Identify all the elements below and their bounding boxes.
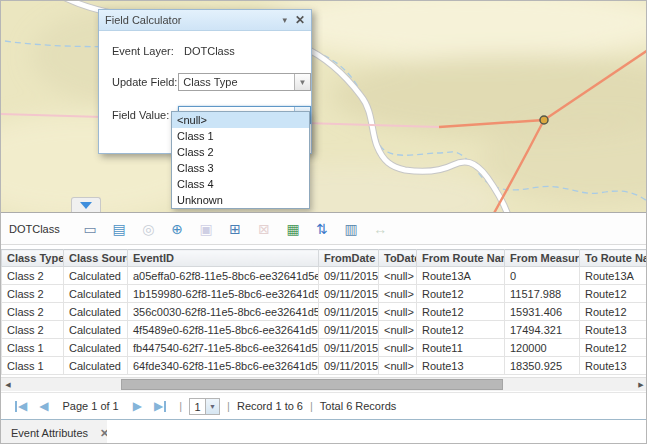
table-cell: 09/11/2015 bbox=[319, 321, 379, 339]
field-value-dropdown-list: <null>Class 1Class 2Class 3Class 4Unknow… bbox=[171, 111, 310, 209]
table-cell: Class 2 bbox=[2, 267, 64, 285]
table-cell: Route13A bbox=[417, 267, 505, 285]
select-features-icon[interactable]: ▭ bbox=[82, 220, 99, 237]
separator: | bbox=[310, 400, 313, 412]
scroll-right-icon[interactable]: ▶ bbox=[634, 378, 647, 391]
table-cell: 4f5489e0-62f8-11e5-8bc6-ee32641d5ec9 bbox=[128, 321, 319, 339]
table-cell: 11517.988 bbox=[505, 285, 580, 303]
column-header[interactable]: From Measure bbox=[505, 250, 580, 267]
attribute-form-icon[interactable]: ▥ bbox=[343, 220, 360, 237]
table-cell: Calculated bbox=[64, 357, 128, 375]
event-point-marker[interactable] bbox=[540, 116, 548, 124]
table-cell: Route12 bbox=[417, 321, 505, 339]
table-cell: Calculated bbox=[64, 321, 128, 339]
dialog-close-icon[interactable]: ✕ bbox=[295, 13, 305, 27]
table-header-row: Class TypeClass SourceEventIDFromDateToD… bbox=[2, 250, 647, 267]
table-row[interactable]: Class 2Calculated356c0030-62f8-11e5-8bc6… bbox=[2, 303, 647, 321]
last-page-button[interactable]: ▶ bbox=[154, 399, 166, 413]
page-number-value: 1 bbox=[190, 399, 205, 414]
table-cell: 356c0030-62f8-11e5-8bc6-ee32641d5ec9 bbox=[128, 303, 319, 321]
page-number-dropdown-button[interactable]: ▼ bbox=[205, 399, 219, 414]
table-cell: 120000 bbox=[505, 339, 580, 357]
table-row[interactable]: Class 2Calculated4f5489e0-62f8-11e5-8bc6… bbox=[2, 321, 647, 339]
field-calculator-icon[interactable]: ⊞ bbox=[227, 220, 244, 237]
page-number-select[interactable]: 1 ▼ bbox=[189, 398, 220, 415]
table-cell: Class 1 bbox=[2, 357, 64, 375]
separator: | bbox=[227, 400, 230, 412]
attribute-grid: Class TypeClass SourceEventIDFromDateToD… bbox=[1, 249, 647, 375]
table-cell: fb447540-62f7-11e5-8bc6-ee32641d5ec9 bbox=[128, 339, 319, 357]
dropdown-option[interactable]: <null> bbox=[172, 112, 309, 128]
table-cell: Class 1 bbox=[2, 339, 64, 357]
table-cell: <null> bbox=[379, 339, 417, 357]
table-cell: <null> bbox=[379, 303, 417, 321]
update-field-dropdown-button[interactable]: ▼ bbox=[294, 74, 310, 90]
table-cell: Route11 bbox=[417, 339, 505, 357]
table-toolbar: DOTClass ▭▤◎⊕▣⊞⊠▦⇅▥↔ bbox=[1, 213, 647, 245]
update-field-value: Class Type bbox=[179, 76, 294, 88]
table-cell: 15931.406 bbox=[505, 303, 580, 321]
table-cell: Route13A bbox=[580, 267, 647, 285]
first-page-icon bbox=[15, 401, 17, 412]
table-cell: 09/11/2015 bbox=[319, 303, 379, 321]
table-cell: <null> bbox=[379, 267, 417, 285]
table-cell: 0 bbox=[505, 267, 580, 285]
dialog-menu-caret-icon[interactable]: ▾ bbox=[282, 15, 287, 25]
layer-name-label: DOTClass bbox=[9, 223, 60, 235]
horizontal-scrollbar[interactable]: ◀ ▶ bbox=[1, 377, 647, 391]
tab-event-attributes[interactable]: Event Attributes ✕ bbox=[1, 419, 120, 444]
column-header[interactable]: EventID bbox=[128, 250, 319, 267]
sort-icon[interactable]: ⇅ bbox=[314, 220, 331, 237]
update-field-label: Update Field: bbox=[112, 76, 178, 88]
switch-table-icon[interactable]: ▦ bbox=[285, 220, 302, 237]
dropdown-option[interactable]: Class 4 bbox=[172, 176, 309, 192]
column-header[interactable]: Class Source bbox=[64, 250, 128, 267]
bottom-tab-bar: Event Attributes ✕ bbox=[1, 419, 647, 444]
table-cell: Class 2 bbox=[2, 321, 64, 339]
table-cell: <null> bbox=[379, 357, 417, 375]
table-row[interactable]: Class 1Calculatedfb447540-62f7-11e5-8bc6… bbox=[2, 339, 647, 357]
dropdown-option[interactable]: Class 3 bbox=[172, 160, 309, 176]
column-header[interactable]: To Route Name bbox=[580, 250, 647, 267]
event-layer-value: DOTClass bbox=[182, 45, 235, 57]
table-cell: 17494.321 bbox=[505, 321, 580, 339]
table-cell: 09/11/2015 bbox=[319, 285, 379, 303]
table-cell: 18350.925 bbox=[505, 357, 580, 375]
dropdown-option[interactable]: Class 2 bbox=[172, 144, 309, 160]
chevron-down-icon: ▼ bbox=[209, 403, 216, 410]
table-cell: 64fde340-62f8-11e5-8bc6-ee32641d5ec9 bbox=[128, 357, 319, 375]
table-row[interactable]: Class 2Calculated1b159980-62f8-11e5-8bc6… bbox=[2, 285, 647, 303]
scroll-left-icon[interactable]: ◀ bbox=[1, 378, 15, 391]
column-width-icon: ↔ bbox=[372, 220, 389, 237]
field-value-label: Field Value: bbox=[112, 109, 178, 121]
table-cell: Route13 bbox=[580, 321, 647, 339]
show-selected-records-icon[interactable]: ▤ bbox=[111, 220, 128, 237]
chevron-down-icon bbox=[80, 202, 92, 209]
column-header[interactable]: ToDate bbox=[379, 250, 417, 267]
tab-bar-empty-area bbox=[107, 419, 647, 444]
next-page-button[interactable]: ▶ bbox=[133, 399, 142, 413]
pan-to-selected-icon[interactable]: ⊕ bbox=[169, 220, 186, 237]
collapse-table-button[interactable] bbox=[71, 197, 101, 212]
table-cell: 09/11/2015 bbox=[319, 357, 379, 375]
chevron-down-icon: ▼ bbox=[299, 78, 307, 87]
column-header[interactable]: FromDate bbox=[319, 250, 379, 267]
table-row[interactable]: Class 1Calculated64fde340-62f8-11e5-8bc6… bbox=[2, 357, 647, 375]
scrollbar-thumb[interactable] bbox=[121, 379, 503, 390]
table-row[interactable]: Class 2Calculateda05effa0-62f8-11e5-8bc6… bbox=[2, 267, 647, 285]
zoom-to-selected-icon: ◎ bbox=[140, 220, 157, 237]
table-body: Class 2Calculateda05effa0-62f8-11e5-8bc6… bbox=[2, 267, 647, 375]
first-page-button[interactable]: ◀ bbox=[15, 399, 27, 413]
dropdown-option[interactable]: Unknown bbox=[172, 192, 309, 208]
dialog-title: Field Calculator bbox=[105, 14, 282, 26]
dropdown-option[interactable]: Class 1 bbox=[172, 128, 309, 144]
app-window: Field Calculator ▾ ✕ Event Layer: DOTCla… bbox=[0, 0, 647, 444]
column-header[interactable]: From Route Name bbox=[417, 250, 505, 267]
column-header[interactable]: Class Type bbox=[2, 250, 64, 267]
previous-page-button[interactable]: ◀ bbox=[39, 399, 48, 413]
table-toolbar-icons: ▭▤◎⊕▣⊞⊠▦⇅▥↔ bbox=[82, 220, 389, 237]
table-cell: Route12 bbox=[580, 339, 647, 357]
attribute-table-panel: DOTClass ▭▤◎⊕▣⊞⊠▦⇅▥↔ Class TypeClass Sou… bbox=[1, 212, 647, 444]
update-field-select[interactable]: Class Type ▼ bbox=[178, 73, 311, 91]
dialog-titlebar[interactable]: Field Calculator ▾ ✕ bbox=[99, 10, 311, 31]
